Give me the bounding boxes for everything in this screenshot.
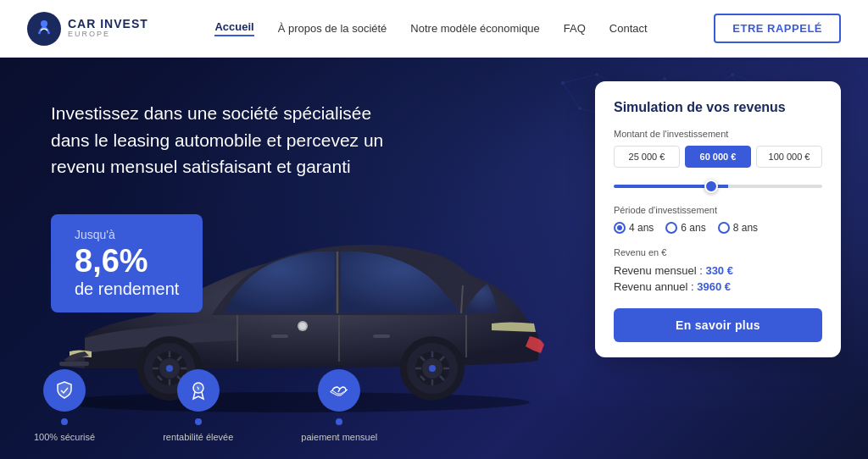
nav-link-apropos[interactable]: À propos de la société <box>278 22 387 35</box>
features-bar: 100% sécurisé rentabilité élevée <box>34 369 377 442</box>
amount-btn-100k[interactable]: 100 000 € <box>756 146 822 168</box>
feature-dot-3 <box>336 418 342 425</box>
hero-section: Investissez dans une société spécialisée… <box>0 58 868 459</box>
amount-slider[interactable] <box>614 185 822 188</box>
rendement-badge: Jusqu'à 8,6% de rendement <box>51 214 203 312</box>
rendement-prefix: Jusqu'à <box>75 228 179 241</box>
revenu-annuel-value: 3960 € <box>697 280 731 293</box>
feature-rentabilite: rentabilité élevée <box>163 369 233 442</box>
feature-securise: 100% sécurisé <box>34 369 95 442</box>
handshake-icon <box>318 369 360 412</box>
feature-paiement: paiement mensuel <box>301 369 377 442</box>
medal-icon <box>177 369 220 412</box>
nav-link-modele[interactable]: Notre modèle économique <box>410 22 539 35</box>
feature-dot-1 <box>61 418 68 425</box>
logo-sub-text: EUROPE <box>68 30 148 39</box>
logo-main-text: CAR INVEST <box>68 18 148 30</box>
nav-link-accueil[interactable]: Accueil <box>214 20 253 36</box>
revenu-mensuel-row: Revenu mensuel : 330 € <box>614 264 822 277</box>
rappel-button[interactable]: ETRE RAPPELÉ <box>714 14 841 43</box>
rendement-sub: de rendement <box>75 279 179 299</box>
feature-dot-2 <box>195 418 202 425</box>
svg-rect-34 <box>59 362 89 366</box>
nav-link-faq[interactable]: FAQ <box>564 22 586 35</box>
svg-rect-65 <box>373 335 390 338</box>
navbar: CAR INVEST EUROPE Accueil À propos de la… <box>0 0 868 58</box>
radio-6ans <box>665 222 677 234</box>
rendement-value: 8,6% <box>75 243 148 279</box>
radio-8ans <box>718 222 730 234</box>
radio-4ans <box>614 222 626 234</box>
svg-rect-64 <box>271 335 288 338</box>
revenu-mensuel-label: Revenu mensuel : <box>614 264 703 277</box>
logo-icon <box>27 12 61 46</box>
nav-link-contact[interactable]: Contact <box>609 22 648 35</box>
revenu-annuel-label: Revenu annuel : <box>614 280 694 293</box>
svg-point-67 <box>299 323 306 329</box>
sim-title: Simulation de vos revenus <box>614 100 822 115</box>
hero-text-block: Investissez dans une société spécialisée… <box>51 100 407 312</box>
period-4ans-label: 4 ans <box>629 222 654 234</box>
logo: CAR INVEST EUROPE <box>27 12 148 46</box>
feature-label-rentabilite: rentabilité élevée <box>163 432 233 442</box>
feature-label-paiement: paiement mensuel <box>301 432 377 442</box>
amount-label: Montant de l'investissement <box>614 129 822 139</box>
revenu-mensuel-value: 330 € <box>705 264 733 277</box>
logo-text: CAR INVEST EUROPE <box>68 18 148 39</box>
revenu-annuel-row: Revenu annuel : 3960 € <box>614 280 822 293</box>
svg-line-25 <box>563 83 580 108</box>
feature-label-securise: 100% sécurisé <box>34 432 95 442</box>
amount-btn-60k[interactable]: 60 000 € <box>685 146 751 168</box>
period-6ans-label: 6 ans <box>681 222 705 234</box>
svg-point-1 <box>41 20 47 27</box>
period-4ans[interactable]: 4 ans <box>614 222 654 234</box>
nav-links: Accueil À propos de la société Notre mod… <box>214 20 647 36</box>
period-label: Période d'investissement <box>614 205 822 215</box>
period-8ans[interactable]: 8 ans <box>718 222 758 234</box>
period-options: 4 ans 6 ans 8 ans <box>614 222 822 234</box>
en-savoir-plus-button[interactable]: En savoir plus <box>614 308 822 342</box>
svg-line-15 <box>563 75 597 83</box>
amount-buttons: 25 000 € 60 000 € 100 000 € <box>614 146 822 168</box>
amount-btn-25k[interactable]: 25 000 € <box>614 146 680 168</box>
amount-slider-container <box>614 176 822 191</box>
period-8ans-label: 8 ans <box>733 222 758 234</box>
simulation-card: Simulation de vos revenus Montant de l'i… <box>595 81 841 357</box>
hero-headline: Investissez dans une société spécialisée… <box>51 100 407 180</box>
period-6ans[interactable]: 6 ans <box>665 222 705 234</box>
svg-line-69 <box>338 389 340 392</box>
shield-icon <box>43 369 86 412</box>
svg-point-52 <box>429 365 436 372</box>
revenu-label: Revenu en € <box>614 247 822 257</box>
